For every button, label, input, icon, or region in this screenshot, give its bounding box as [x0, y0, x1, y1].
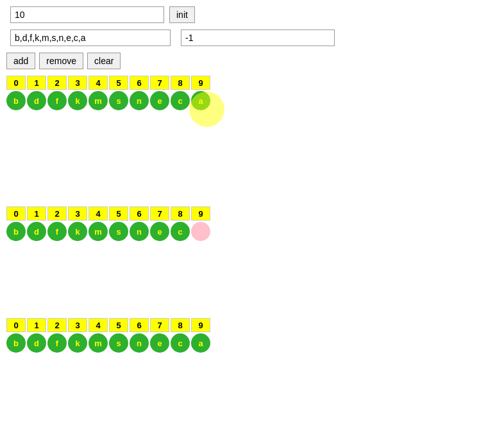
- index-cell: 0: [6, 76, 26, 90]
- value-cell: c: [171, 91, 190, 110]
- index-cell: 7: [150, 76, 169, 90]
- index-cell: 8: [171, 206, 190, 221]
- index-cell: 8: [171, 76, 190, 90]
- value-cell: d: [27, 91, 46, 110]
- key-row: [6, 29, 498, 46]
- index-cell: 7: [150, 318, 169, 332]
- value-cell: s: [109, 91, 128, 110]
- capacity-row: init: [6, 6, 498, 23]
- action-row: add remove clear: [6, 53, 498, 69]
- value-cell: s: [109, 222, 128, 241]
- value-cell: f: [47, 333, 67, 353]
- index-cell: 1: [27, 206, 46, 221]
- value-cell: b: [6, 222, 26, 241]
- index-cell: 7: [150, 206, 169, 221]
- index-cell: 2: [47, 76, 67, 90]
- add-button[interactable]: add: [6, 53, 35, 69]
- value-cell: b: [6, 333, 26, 353]
- value-cell: f: [47, 222, 67, 241]
- value-cell: [191, 222, 210, 241]
- index-row-2: 0123456789: [6, 206, 498, 221]
- index-cell: 3: [68, 76, 87, 90]
- array-section-2: 0123456789 bdfkmsnec: [6, 206, 498, 241]
- value-cell: e: [150, 222, 169, 241]
- value-cell: d: [27, 333, 46, 353]
- value-cell: c: [171, 333, 190, 353]
- index-cell: 6: [130, 76, 149, 90]
- value-cell: k: [68, 91, 87, 110]
- value-cell: c: [171, 222, 190, 241]
- index-cell: 5: [109, 206, 128, 221]
- value-cell: a: [191, 333, 210, 353]
- value-cell: n: [130, 91, 149, 110]
- value-cell: b: [6, 91, 26, 110]
- index-cell: 3: [68, 206, 87, 221]
- index-cell: 1: [27, 318, 46, 332]
- value-cell: m: [88, 91, 108, 110]
- index-cell: 5: [109, 318, 128, 332]
- index-cell: 3: [68, 318, 87, 332]
- value-row-2: bdfkmsnec: [6, 222, 498, 241]
- value-row-3: bdfkmsneca: [6, 333, 498, 353]
- array-section-1: 0123456789 bdfkmsneca: [6, 76, 498, 110]
- capacity-input[interactable]: [10, 6, 164, 23]
- value-cell: m: [88, 222, 108, 241]
- index-input[interactable]: [181, 29, 335, 46]
- index-cell: 6: [130, 206, 149, 221]
- remove-button[interactable]: remove: [39, 53, 83, 69]
- value-cell: n: [130, 333, 149, 353]
- index-cell: 4: [88, 206, 108, 221]
- index-cell: 2: [47, 206, 67, 221]
- value-cell: k: [68, 333, 87, 353]
- index-cell: 4: [88, 318, 108, 332]
- value-cell: s: [109, 333, 128, 353]
- value-cell: k: [68, 222, 87, 241]
- value-cell: m: [88, 333, 108, 353]
- key-input[interactable]: [10, 29, 171, 46]
- value-cell: a: [191, 91, 210, 110]
- value-cell: e: [150, 91, 169, 110]
- value-cell: d: [27, 222, 46, 241]
- value-cell: e: [150, 333, 169, 353]
- index-cell: 4: [88, 76, 108, 90]
- index-cell: 2: [47, 318, 67, 332]
- value-cell: n: [130, 222, 149, 241]
- index-cell: 1: [27, 76, 46, 90]
- array-section-3: 0123456789 bdfkmsneca: [6, 318, 498, 353]
- value-row-1: bdfkmsneca: [6, 91, 498, 110]
- index-cell: 0: [6, 206, 26, 221]
- init-button[interactable]: init: [169, 6, 195, 23]
- value-cell: f: [47, 91, 67, 110]
- index-cell: 6: [130, 318, 149, 332]
- index-cell: 9: [191, 318, 210, 332]
- index-cell: 9: [191, 206, 210, 221]
- index-cell: 9: [191, 76, 210, 90]
- index-cell: 8: [171, 318, 190, 332]
- clear-button[interactable]: clear: [87, 53, 121, 69]
- index-cell: 0: [6, 318, 26, 332]
- index-cell: 5: [109, 76, 128, 90]
- index-row-1: 0123456789: [6, 76, 498, 90]
- index-row-3: 0123456789: [6, 318, 498, 332]
